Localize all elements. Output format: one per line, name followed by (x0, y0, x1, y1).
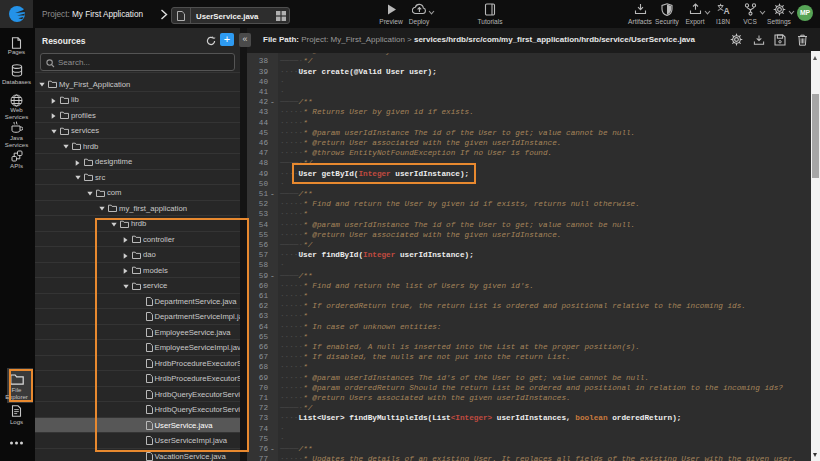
svg-text:A: A (723, 6, 729, 15)
